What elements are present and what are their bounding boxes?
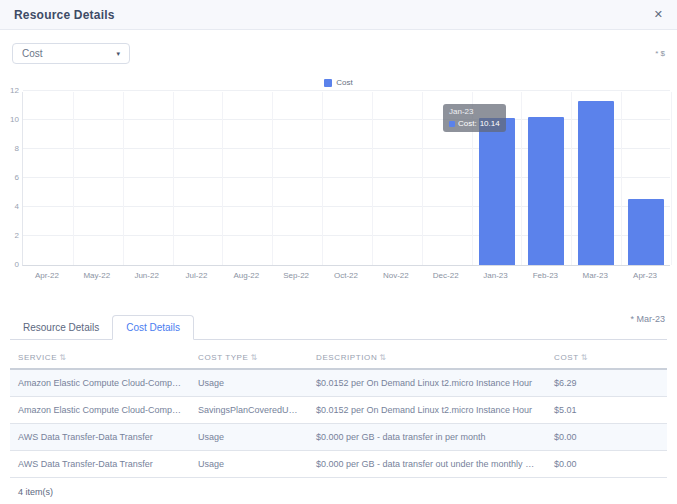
page-title: Resource Details <box>14 8 115 22</box>
x-axis-tick: Jun-22 <box>134 271 158 280</box>
hgridline <box>23 235 670 236</box>
x-axis-tick: Aug-22 <box>233 271 259 280</box>
cost-details-table: Service⇅Cost Type⇅Description⇅Cost⇅ Amaz… <box>10 340 667 504</box>
cost-table-header-row: Service⇅Cost Type⇅Description⇅Cost⇅ <box>10 340 667 369</box>
table-cell: Amazon Elastic Compute Cloud-Compute Ins… <box>10 369 190 397</box>
vgridline <box>222 92 223 265</box>
table-cell: $0.00 <box>546 451 667 478</box>
table-cell: $0.0152 per On Demand Linux t2.micro Ins… <box>308 397 546 424</box>
hgridline <box>23 148 670 149</box>
x-axis-tick: Apr-22 <box>35 271 59 280</box>
chart-tooltip: Jan-23 Cost: 10.14 <box>443 104 506 132</box>
y-axis-tick: 8 <box>2 144 19 153</box>
y-axis-tick: 12 <box>2 86 19 95</box>
chevron-down-icon: ▾ <box>116 50 120 58</box>
sort-icon[interactable]: ⇅ <box>379 353 386 362</box>
vgridline <box>422 92 423 265</box>
hgridline <box>23 206 670 207</box>
y-axis-tick: 6 <box>2 173 19 182</box>
y-axis-tick: 10 <box>2 115 19 124</box>
bar-Jan-23[interactable] <box>479 118 515 265</box>
y-axis-tick: 2 <box>2 231 19 240</box>
table-row[interactable]: AWS Data Transfer-Data TransferUsage$0.0… <box>10 451 667 478</box>
x-axis-tick: Mar-23 <box>583 271 608 280</box>
toolbar: Cost ▾ * $ <box>0 30 677 75</box>
vgridline <box>123 92 124 265</box>
tab-bar: Resource Details Cost Details * Mar-23 <box>10 313 667 340</box>
tooltip-value: 10.14 <box>480 119 500 128</box>
table-cell: $0.00 <box>546 424 667 451</box>
bar-Mar-23[interactable] <box>578 101 614 265</box>
table-cell: Usage <box>190 369 308 397</box>
modal-header: Resource Details ✕ <box>0 0 677 30</box>
x-axis-tick: Nov-22 <box>383 271 409 280</box>
x-axis-tick: Jul-22 <box>186 271 208 280</box>
table-cell: AWS Data Transfer-Data Transfer <box>10 451 190 478</box>
tooltip-swatch <box>449 121 455 127</box>
sort-icon[interactable]: ⇅ <box>59 353 66 362</box>
close-icon[interactable]: ✕ <box>654 9 663 20</box>
x-axis-tick: May-22 <box>83 271 110 280</box>
bar-Feb-23[interactable] <box>528 117 564 265</box>
vgridline <box>571 92 572 265</box>
x-axis-tick: Oct-22 <box>334 271 358 280</box>
vgridline <box>372 92 373 265</box>
table-row[interactable]: Amazon Elastic Compute Cloud-Compute Ins… <box>10 369 667 397</box>
tooltip-label: Cost: <box>458 119 477 128</box>
tooltip-title: Jan-23 <box>449 107 500 116</box>
table-cell: $5.01 <box>546 397 667 424</box>
table-row[interactable]: Amazon Elastic Compute Cloud-Compute Ins… <box>10 397 667 424</box>
vgridline <box>322 92 323 265</box>
table-cell: $0.000 per GB - data transfer in per mon… <box>308 424 546 451</box>
hgridline <box>23 119 670 120</box>
items-count: 4 item(s) <box>10 478 667 504</box>
hgridline <box>23 90 670 91</box>
cost-table-body: Amazon Elastic Compute Cloud-Compute Ins… <box>10 369 667 478</box>
x-axis-tick: Feb-23 <box>533 271 558 280</box>
y-axis-tick: 0 <box>2 260 19 269</box>
tab-resource-details[interactable]: Resource Details <box>10 316 112 339</box>
table-cell: Usage <box>190 451 308 478</box>
column-header-cost-type[interactable]: Cost Type⇅ <box>190 340 308 369</box>
hgridline <box>23 177 670 178</box>
x-axis-tick: Apr-23 <box>633 271 657 280</box>
column-header-description[interactable]: Description⇅ <box>308 340 546 369</box>
chart-legend[interactable]: Cost <box>0 78 677 87</box>
vgridline <box>272 92 273 265</box>
legend-swatch <box>324 79 332 87</box>
x-axis-tick: Dec-22 <box>433 271 459 280</box>
vgridline <box>521 92 522 265</box>
table-cell: $6.29 <box>546 369 667 397</box>
vgridline <box>173 92 174 265</box>
column-header-cost[interactable]: Cost⇅ <box>546 340 667 369</box>
table-cell: SavingsPlanCoveredUsage <box>190 397 308 424</box>
tab-cost-details[interactable]: Cost Details <box>112 315 194 340</box>
chart-plot: 024681012 <box>22 92 670 266</box>
y-axis-tick: 4 <box>2 202 19 211</box>
x-axis-tick: Sep-22 <box>283 271 309 280</box>
table-cell: Usage <box>190 424 308 451</box>
cost-chart: Cost 024681012 Jan-23 Cost: 10.14 Apr-22… <box>0 75 677 300</box>
table-cell: AWS Data Transfer-Data Transfer <box>10 424 190 451</box>
tooltip-series-row: Cost: 10.14 <box>449 119 500 128</box>
table-cell: Amazon Elastic Compute Cloud-Compute Ins… <box>10 397 190 424</box>
bar-Apr-23[interactable] <box>628 199 664 265</box>
table-cell: $0.000 per GB - data transfer out under … <box>308 451 546 478</box>
vgridline <box>73 92 74 265</box>
legend-label: Cost <box>336 78 352 87</box>
table-row[interactable]: AWS Data Transfer-Data TransferUsage$0.0… <box>10 424 667 451</box>
vgridline <box>671 92 672 265</box>
sort-icon[interactable]: ⇅ <box>250 353 257 362</box>
x-axis-tick: Jan-23 <box>483 271 507 280</box>
metric-select[interactable]: Cost ▾ <box>12 43 130 64</box>
column-header-service[interactable]: Service⇅ <box>10 340 190 369</box>
period-note: * Mar-23 <box>630 314 665 324</box>
currency-note: * $ <box>655 43 665 58</box>
metric-select-value: Cost <box>22 48 43 59</box>
table-cell: $0.0152 per On Demand Linux t2.micro Ins… <box>308 369 546 397</box>
sort-icon[interactable]: ⇅ <box>581 353 588 362</box>
vgridline <box>621 92 622 265</box>
